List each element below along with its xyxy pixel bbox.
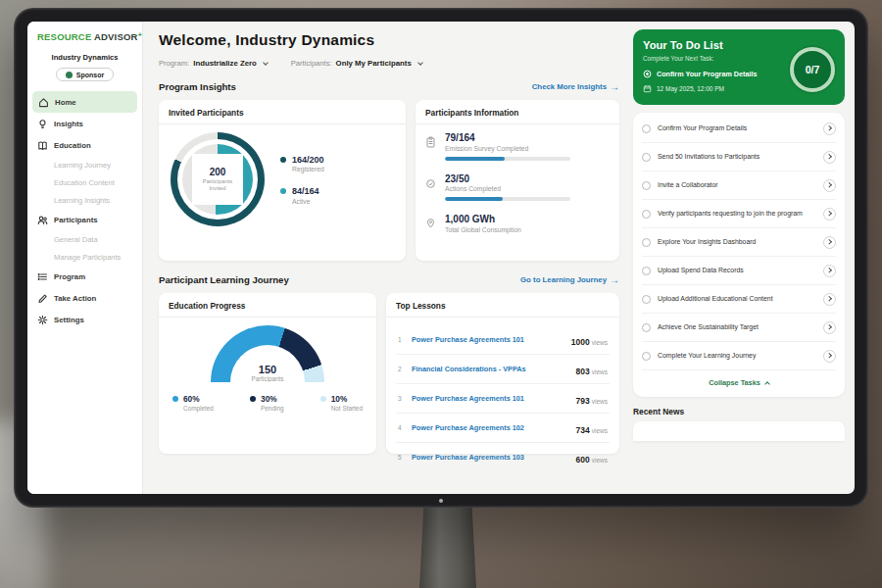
sidebar-item-take-action[interactable]: Take Action bbox=[27, 287, 142, 309]
progress-bar bbox=[445, 197, 570, 201]
stat-value: 79/164 bbox=[445, 132, 570, 143]
task-row[interactable]: Upload Additional Educational Content bbox=[642, 285, 836, 314]
calendar-icon bbox=[643, 84, 652, 93]
todo-tasks-card: Confirm Your Program Details Send 50 Inv… bbox=[633, 113, 845, 397]
task-row[interactable]: Invite a Collaborator bbox=[642, 172, 836, 200]
task-checkbox[interactable] bbox=[642, 267, 651, 275]
lesson-views-unit: views bbox=[592, 427, 608, 434]
dashboard-screen: RESOURCE ADVISOR+ Industry Dynamics Spon… bbox=[27, 22, 855, 494]
lesson-rank: 3 bbox=[398, 395, 405, 402]
lesson-link[interactable]: Power Purchase Agreements 101 bbox=[412, 394, 569, 403]
task-row[interactable]: Verify participants requesting to join t… bbox=[642, 200, 836, 228]
lesson-link[interactable]: Power Purchase Agreements 101 bbox=[412, 335, 564, 344]
sidebar-item-general-data[interactable]: General Data bbox=[27, 230, 142, 248]
participants-filter-label: Participants: bbox=[291, 59, 332, 68]
task-checkbox[interactable] bbox=[642, 323, 651, 332]
lesson-row: 4 Power Purchase Agreements 102 734views bbox=[396, 414, 610, 443]
sidebar-item-settings[interactable]: Settings bbox=[27, 309, 142, 330]
invited-donut-chart: 200 Participants Invited bbox=[169, 132, 396, 226]
gauge-center: 150 Participants bbox=[211, 364, 324, 382]
arrow-right-icon: → bbox=[610, 275, 619, 285]
task-checkbox[interactable] bbox=[642, 295, 651, 304]
stat-emission-survey: 79/164 Emission Survey Completed bbox=[425, 132, 610, 161]
chevron-down-icon bbox=[417, 60, 423, 66]
monitor-bezel: RESOURCE ADVISOR+ Industry Dynamics Spon… bbox=[14, 8, 868, 508]
gauge: 150 Participants bbox=[211, 325, 324, 382]
insights-cards-row: Invited Participants 200 Participants In… bbox=[159, 100, 619, 261]
task-open-button[interactable] bbox=[823, 151, 836, 164]
photo-background: RESOURCE ADVISOR+ Industry Dynamics Spon… bbox=[0, 0, 882, 588]
lesson-link[interactable]: Financial Considerations - VPPAs bbox=[412, 365, 569, 373]
task-checkbox[interactable] bbox=[642, 238, 651, 247]
lesson-views: 600 bbox=[576, 455, 590, 465]
sidebar-item-learning-insights[interactable]: Learning Insights bbox=[27, 191, 142, 209]
task-checkbox[interactable] bbox=[642, 153, 651, 162]
task-label: Achieve One Sustainability Target bbox=[658, 323, 816, 332]
task-row[interactable]: Send 50 Invitations to Participants bbox=[642, 143, 836, 172]
task-label: Confirm Your Program Details bbox=[658, 124, 816, 133]
task-open-button[interactable] bbox=[823, 293, 836, 306]
home-icon bbox=[38, 97, 49, 108]
task-label: Verify participants requesting to join t… bbox=[658, 210, 816, 219]
sidebar-item-home[interactable]: Home bbox=[32, 91, 137, 113]
go-to-learning-journey-link[interactable]: Go to Learning Journey → bbox=[520, 275, 619, 285]
task-open-button[interactable] bbox=[823, 321, 836, 334]
task-checkbox[interactable] bbox=[642, 124, 651, 133]
legend-dot bbox=[280, 188, 286, 194]
lesson-views-unit: views bbox=[592, 457, 608, 464]
task-open-button[interactable] bbox=[823, 122, 836, 135]
todo-next-task[interactable]: Confirm Your Program Details bbox=[643, 70, 780, 78]
task-checkbox[interactable] bbox=[642, 210, 651, 219]
task-row[interactable]: Achieve One Sustainability Target bbox=[642, 314, 836, 342]
task-row[interactable]: Explore Your Insights Dashboard bbox=[642, 228, 836, 257]
chevron-right-icon bbox=[827, 183, 832, 188]
check-more-insights-link[interactable]: Check More Insights → bbox=[532, 82, 619, 92]
task-row[interactable]: Complete Your Learning Journey bbox=[642, 342, 836, 370]
sidebar-item-education-content[interactable]: Education Content bbox=[27, 173, 142, 191]
lesson-views-unit: views bbox=[592, 398, 608, 405]
legend-dot bbox=[320, 396, 326, 402]
task-open-button[interactable] bbox=[823, 179, 836, 192]
lesson-link[interactable]: Power Purchase Agreements 102 bbox=[412, 423, 569, 432]
task-row[interactable]: Confirm Your Program Details bbox=[642, 115, 836, 143]
chevron-right-icon bbox=[827, 297, 832, 302]
task-checkbox[interactable] bbox=[642, 181, 651, 190]
collapse-tasks-button[interactable]: Collapse Tasks bbox=[642, 370, 836, 395]
sidebar-item-program[interactable]: Program bbox=[27, 266, 142, 287]
legend-item-completed: 60% Completed bbox=[172, 394, 214, 412]
legend-item-pending: 30% Pending bbox=[250, 394, 283, 412]
task-row[interactable]: Upload Spend Data Records bbox=[642, 257, 836, 285]
legend-item-active: 84/164 Active bbox=[280, 186, 324, 205]
chevron-down-icon bbox=[263, 60, 269, 66]
task-open-button[interactable] bbox=[823, 236, 836, 249]
participants-filter[interactable]: Participants: Only My Participants bbox=[291, 59, 422, 68]
link-label: Check More Insights bbox=[532, 82, 607, 91]
program-insights-header: Program Insights Check More Insights → bbox=[159, 81, 619, 92]
chevron-right-icon bbox=[827, 269, 832, 273]
sponsor-badge[interactable]: Sponsor bbox=[56, 68, 114, 81]
clipboard-icon bbox=[425, 134, 437, 152]
sidebar-item-manage-participants[interactable]: Manage Participants bbox=[27, 248, 142, 266]
people-icon bbox=[37, 215, 48, 225]
lesson-link[interactable]: Power Purchase Agreements 103 bbox=[412, 453, 569, 462]
task-open-button[interactable] bbox=[823, 265, 836, 277]
sidebar-item-education[interactable]: Education bbox=[27, 134, 142, 156]
card-title: Top Lessons bbox=[396, 301, 610, 311]
sidebar-item-learning-journey[interactable]: Learning Journey bbox=[27, 156, 142, 173]
circle-dot-icon bbox=[643, 70, 652, 78]
legend-dot bbox=[280, 157, 286, 163]
stat-label: Emission Survey Completed bbox=[445, 145, 570, 152]
program-filter[interactable]: Program: Industrialize Zero bbox=[159, 59, 268, 68]
sidebar-item-participants[interactable]: Participants bbox=[27, 209, 142, 230]
task-open-button[interactable] bbox=[823, 350, 836, 363]
sidebar-item-insights[interactable]: Insights bbox=[27, 113, 142, 134]
donut-center-label: Participants Invited bbox=[197, 178, 238, 192]
lesson-row: 5 Power Purchase Agreements 103 600views bbox=[396, 443, 610, 471]
lightbulb-icon bbox=[37, 119, 48, 129]
sidebar-item-label: Home bbox=[55, 98, 76, 107]
legend-item-not-started: 10% Not Started bbox=[320, 394, 363, 412]
education-gauge-chart: 150 Participants 60% Completed bbox=[169, 325, 367, 412]
task-checkbox[interactable] bbox=[642, 352, 651, 361]
task-open-button[interactable] bbox=[823, 208, 836, 220]
lesson-row: 1 Power Purchase Agreements 101 1000view… bbox=[396, 325, 610, 355]
